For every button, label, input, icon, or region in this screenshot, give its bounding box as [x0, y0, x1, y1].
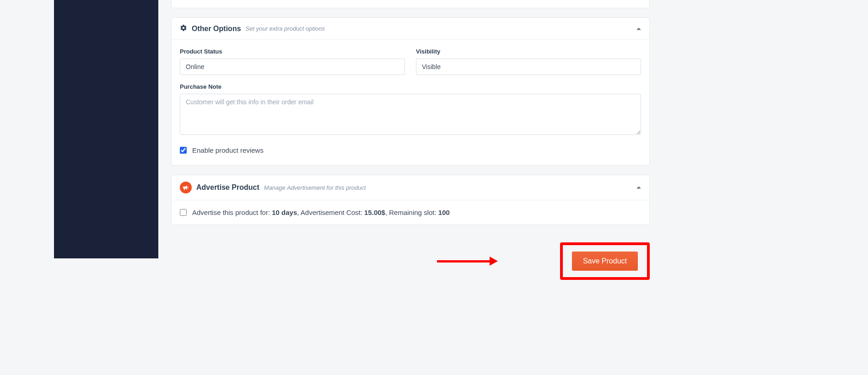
- advertise-subtitle: Manage Advertisement for this product: [264, 184, 366, 191]
- advertise-terms-text: Advertise this product for: 10 days, Adv…: [192, 209, 450, 216]
- annotation-arrow: [437, 257, 498, 266]
- form-actions: Save Product: [171, 234, 650, 288]
- collapse-up-icon[interactable]: [636, 27, 641, 30]
- bullhorn-icon: [180, 182, 192, 193]
- other-options-header[interactable]: Other Options Set your extra product opt…: [172, 18, 649, 39]
- sidebar-nav: [54, 0, 158, 258]
- purchase-note-label: Purchase Note: [180, 83, 641, 90]
- gear-icon: [180, 24, 187, 33]
- enable-reviews-label: Enable product reviews: [192, 146, 264, 154]
- advertise-panel: Advertise Product Manage Advertisement f…: [171, 175, 650, 225]
- visibility-label: Visibility: [416, 48, 641, 55]
- enable-reviews-checkbox[interactable]: [180, 147, 187, 154]
- advertise-checkbox[interactable]: [180, 209, 187, 216]
- advertise-title: Advertise Product: [196, 183, 259, 192]
- annotation-highlight-box: Save Product: [560, 242, 650, 280]
- collapse-up-icon[interactable]: [636, 187, 641, 189]
- product-status-label: Product Status: [180, 48, 405, 55]
- advertise-header[interactable]: Advertise Product Manage Advertisement f…: [172, 175, 649, 200]
- other-options-panel: Other Options Set your extra product opt…: [171, 17, 650, 166]
- other-options-title: Other Options: [192, 25, 241, 33]
- other-options-subtitle: Set your extra product options: [246, 25, 325, 32]
- visibility-field[interactable]: [416, 59, 641, 75]
- purchase-note-textarea[interactable]: [180, 94, 641, 135]
- save-product-button[interactable]: Save Product: [572, 252, 638, 271]
- previous-panel-bottom: [171, 0, 650, 8]
- product-status-field[interactable]: [180, 59, 405, 75]
